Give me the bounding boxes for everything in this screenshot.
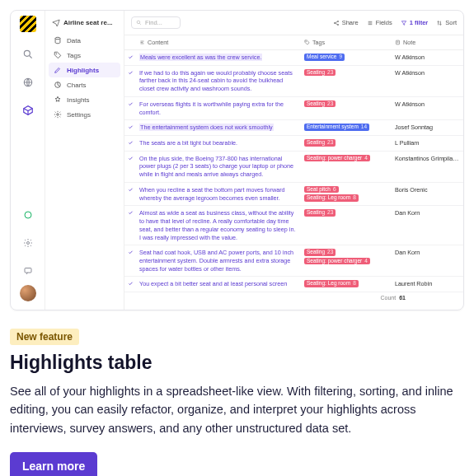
sort-button[interactable]: Sort [436,19,457,26]
chart-icon [54,81,62,89]
col-note[interactable]: Note [392,39,463,46]
content-cell[interactable]: For overseas flights it is worthwhile pa… [136,100,301,116]
tag-pill[interactable]: Seating 23 [304,209,336,217]
row-select[interactable] [124,139,136,147]
table-row[interactable]: You expect a bit better seat and at leas… [124,277,463,292]
svg-point-9 [57,114,59,116]
svg-line-1 [29,56,31,58]
content-cell[interactable]: Meals were excellent as was the crew ser… [136,54,301,62]
svg-line-11 [139,23,140,24]
nav-label: Data [67,37,81,44]
content-cell[interactable]: Seat had coat hook, USB and AC power por… [136,249,301,273]
svg-point-13 [337,21,338,21]
app-screenshot: Airline seat re... DataTagsHighlightsCha… [10,10,464,310]
tag-pill[interactable]: Seating 23 [304,139,336,147]
svg-point-0 [24,50,30,56]
note-cell: Konstantinos Grimpilakos [392,155,463,179]
search-input[interactable]: Find... [131,16,181,29]
list-icon [367,20,373,26]
tag-pill[interactable]: Seat pitch 6 [304,186,339,194]
table-row[interactable]: When you recline a seat the bottom part … [124,183,463,206]
table-row[interactable]: For overseas flights it is worthwhile pa… [124,97,463,120]
tag-pill[interactable]: Seating: power charger 4 [304,258,370,265]
nav-settings[interactable]: Settings [49,107,120,122]
row-select[interactable] [124,54,136,62]
filter-button[interactable]: 1 filter [401,19,429,26]
table-row[interactable]: Meals were excellent as was the crew ser… [124,50,463,66]
svg-point-7 [56,54,57,54]
table-row[interactable]: The entertainment system does not work s… [124,120,463,136]
note-cell: W Atkinson [392,100,463,116]
tags-cell: Seat pitch 6Seating: Leg room 8 [301,186,392,202]
share-button[interactable]: Share [333,19,359,26]
app-logo-icon[interactable] [20,16,36,32]
row-select[interactable] [124,155,136,179]
content-cell[interactable]: When you recline a seat the bottom part … [136,186,301,202]
content-cell[interactable]: Almost as wide a seat as business class,… [136,209,301,241]
main-panel: Find... Share Fields 1 filter Sort Conte… [124,11,463,310]
sort-icon [436,20,443,26]
col-tags[interactable]: Tags [301,39,392,46]
user-avatar[interactable] [20,285,36,301]
circle-icon[interactable] [21,208,35,222]
table-row[interactable]: The seats are a bit tight but bearable.S… [124,136,463,152]
globe-icon[interactable] [21,75,35,90]
nav-label: Highlights [67,67,99,74]
table-row[interactable]: Seat had coat hook, USB and AC power por… [124,245,463,277]
row-select[interactable] [124,186,136,202]
highlight-icon [54,66,62,74]
table-row[interactable]: Almost as wide a seat as business class,… [124,206,463,245]
svg-point-6 [55,37,60,40]
content-cell[interactable]: On the plus side, the Boeing 737-800 has… [136,155,301,179]
fields-button[interactable]: Fields [367,19,392,26]
tag-pill[interactable]: Seating 23 [304,100,336,108]
row-select[interactable] [124,249,136,273]
airplane-icon [52,18,60,26]
box-icon[interactable] [21,103,35,118]
svg-point-10 [137,21,140,24]
row-select[interactable] [124,280,136,288]
search-placeholder: Find... [145,19,162,26]
nav-label: Insights [67,96,90,104]
nav-label: Settings [67,111,91,119]
nav-tags[interactable]: Tags [49,48,120,63]
learn-more-button[interactable]: Learn more [10,452,97,476]
row-select[interactable] [124,209,136,241]
table-header: Content Tags Note [124,35,463,50]
tag-pill[interactable]: Seating 23 [304,249,336,256]
content-cell[interactable]: You expect a bit better seat and at leas… [136,280,301,288]
tag-pill[interactable]: Seating 23 [304,69,336,77]
content-cell[interactable]: The entertainment system does not work s… [136,124,301,132]
content-cell[interactable]: If we had to do this again we would prob… [136,69,301,93]
tags-cell: Seating 23 [301,139,392,147]
chat-icon[interactable] [21,264,35,278]
nav-data[interactable]: Data [49,33,120,48]
row-select[interactable] [124,100,136,116]
project-title[interactable]: Airline seat re... [49,16,120,33]
svg-point-14 [337,24,338,25]
tags-cell: Entertainment system 14 [301,124,392,132]
content-cell[interactable]: The seats are a bit tight but bearable. [136,139,301,147]
row-select[interactable] [124,69,136,93]
tag-pill[interactable]: Seating: Leg room 8 [304,280,359,287]
note-cell: Boris Orenic [392,186,463,202]
nav-charts[interactable]: Charts [49,77,120,92]
toolbar: Find... Share Fields 1 filter Sort [124,11,463,35]
tag-pill[interactable]: Seating: Leg room 8 [304,194,359,202]
col-content[interactable]: Content [136,39,301,46]
gear-icon[interactable] [21,236,35,250]
tag-pill[interactable]: Entertainment system 14 [304,124,369,131]
tag-pill[interactable]: Seating: power charger 4 [304,155,370,162]
note-cell: W Atkinson [392,54,463,62]
table-row[interactable]: On the plus side, the Boeing 737-800 has… [124,152,463,183]
promo-body: See all of your highlights in a spreadsh… [10,382,464,437]
nav-insights[interactable]: Insights [49,92,120,107]
text-icon [139,40,145,45]
search-icon[interactable] [21,47,35,62]
svg-rect-5 [25,268,31,273]
nav-highlights[interactable]: Highlights [49,63,120,77]
tags-cell: Seating 23Seating: power charger 4 [301,249,392,273]
tag-pill[interactable]: Meal service 9 [304,54,345,61]
row-select[interactable] [124,124,136,132]
table-row[interactable]: If we had to do this again we would prob… [124,66,463,97]
